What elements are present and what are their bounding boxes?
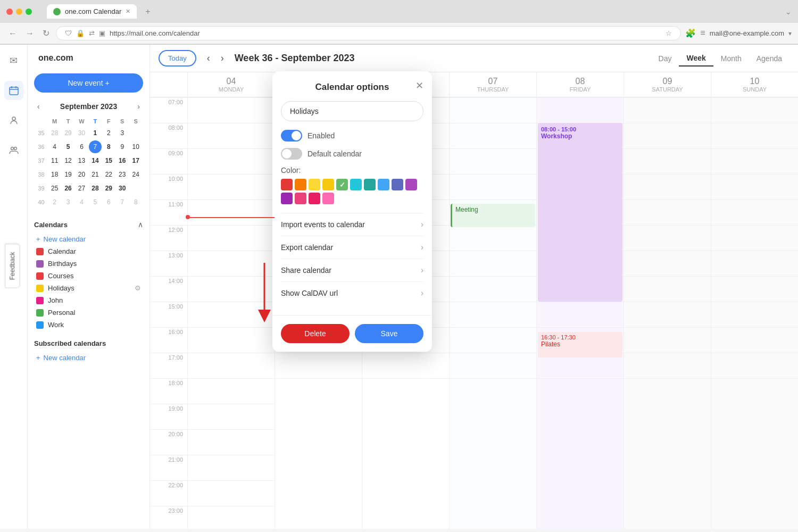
browser-tab[interactable]: one.com Calendar ✕ xyxy=(47,4,137,19)
mini-cal-day[interactable]: 28 xyxy=(48,127,61,139)
view-tab-agenda[interactable]: Agenda xyxy=(749,51,789,66)
calendar-item-holidays[interactable]: Holidays ⚙ xyxy=(34,282,143,294)
mini-cal-day[interactable]: 2 xyxy=(48,196,61,209)
mini-cal-day[interactable]: 7 xyxy=(116,196,128,209)
mini-cal-day-today[interactable]: 7 xyxy=(89,140,101,153)
view-tab-week[interactable]: Week xyxy=(679,51,713,66)
mini-cal-day[interactable]: 17 xyxy=(129,154,142,167)
mini-cal-day[interactable]: 8 xyxy=(129,196,142,209)
color-swatch[interactable] xyxy=(392,179,403,190)
event-meeting[interactable]: Meeting xyxy=(451,204,535,227)
save-button[interactable]: Save xyxy=(355,324,423,343)
mini-cal-prev[interactable]: ‹ xyxy=(34,101,43,112)
mini-cal-day[interactable]: 21 xyxy=(89,168,101,181)
day-col-mon[interactable] xyxy=(187,97,275,529)
prev-week-button[interactable]: ‹ xyxy=(203,51,214,66)
mini-cal-day[interactable]: 23 xyxy=(116,168,128,181)
mini-cal-day[interactable]: 12 xyxy=(62,154,74,167)
color-swatch[interactable] xyxy=(295,193,306,204)
color-swatch-selected[interactable] xyxy=(336,179,348,190)
mini-cal-day[interactable]: 8 xyxy=(103,140,115,153)
mini-cal-day[interactable]: 4 xyxy=(76,196,88,209)
menu-icon[interactable]: ≡ xyxy=(700,28,705,38)
mini-cal-day[interactable]: 30 xyxy=(116,182,128,195)
day-header-mon[interactable]: 04 Monday xyxy=(187,72,275,97)
mini-cal-day[interactable]: 22 xyxy=(103,168,115,181)
mini-cal-day[interactable]: 29 xyxy=(103,182,115,195)
event-pilates[interactable]: 16:30 - 17:30 Pilates xyxy=(538,332,622,358)
import-events-menu-item[interactable]: Import events to calendar › xyxy=(281,213,423,236)
tab-close-button[interactable]: ✕ xyxy=(126,8,130,15)
account-chevron-icon[interactable]: ▾ xyxy=(788,30,792,37)
gear-icon[interactable]: ⚙ xyxy=(135,284,141,292)
mini-cal-day[interactable]: 5 xyxy=(62,140,74,153)
mini-cal-day[interactable]: 1 xyxy=(89,127,101,139)
color-swatch[interactable] xyxy=(405,179,417,190)
export-calendar-menu-item[interactable]: Export calendar › xyxy=(281,236,423,259)
mini-cal-day[interactable] xyxy=(129,127,142,139)
mini-cal-day[interactable]: 9 xyxy=(116,140,128,153)
color-swatch[interactable] xyxy=(350,179,362,190)
mini-cal-day[interactable]: 18 xyxy=(48,168,61,181)
calendar-item-birthdays[interactable]: Birthdays xyxy=(34,257,143,270)
minimize-dot[interactable] xyxy=(16,9,22,15)
sidebar-icon-mail[interactable]: ✉ xyxy=(4,51,23,70)
bookmark-icon[interactable]: ☆ xyxy=(666,29,672,37)
day-col-thu[interactable]: Meeting xyxy=(449,97,536,529)
extensions-icon[interactable]: 🧩 xyxy=(685,28,696,38)
calendar-item-work[interactable]: Work xyxy=(34,319,143,331)
mini-cal-day[interactable]: 13 xyxy=(76,154,88,167)
mini-cal-day[interactable]: 3 xyxy=(116,127,128,139)
color-swatch[interactable] xyxy=(322,179,334,190)
back-button[interactable]: ← xyxy=(6,27,19,40)
color-swatch[interactable] xyxy=(309,193,320,204)
show-caldav-menu-item[interactable]: Show CalDAV url › xyxy=(281,281,423,304)
mini-cal-day[interactable]: 6 xyxy=(76,140,88,153)
mini-cal-day[interactable] xyxy=(129,182,142,195)
day-header-sun[interactable]: 10 Sunday xyxy=(711,72,798,97)
mini-cal-day[interactable]: 28 xyxy=(89,182,101,195)
day-col-fri[interactable]: 08:00 - 15:00 Workshop 16:30 - 17:30 Pil… xyxy=(536,97,624,529)
color-swatch[interactable] xyxy=(364,179,376,190)
color-swatch[interactable] xyxy=(378,179,389,190)
sidebar-icon-groups[interactable] xyxy=(4,140,23,160)
calendars-toggle[interactable]: ∧ xyxy=(138,220,143,229)
tab-list-icon[interactable]: ⌄ xyxy=(785,7,792,16)
mini-cal-day[interactable]: 16 xyxy=(116,154,128,167)
refresh-button[interactable]: ↻ xyxy=(40,26,52,40)
mini-cal-day[interactable]: 19 xyxy=(62,168,74,181)
calendar-item-calendar[interactable]: Calendar xyxy=(34,245,143,257)
close-dot[interactable] xyxy=(6,9,13,15)
sidebar-icon-calendar[interactable] xyxy=(4,81,23,100)
sidebar-icon-contacts[interactable] xyxy=(4,111,23,130)
mini-cal-day[interactable]: 24 xyxy=(129,168,142,181)
new-event-button[interactable]: New event + xyxy=(34,73,143,93)
color-swatch[interactable] xyxy=(295,179,306,190)
mini-cal-day[interactable]: 3 xyxy=(62,196,74,209)
view-tab-day[interactable]: Day xyxy=(651,51,679,66)
modal-close-button[interactable]: ✕ xyxy=(415,80,423,92)
share-calendar-menu-item[interactable]: Share calendar › xyxy=(281,259,423,281)
view-tab-month[interactable]: Month xyxy=(713,51,749,66)
color-swatch[interactable] xyxy=(309,179,320,190)
mini-cal-day[interactable]: 4 xyxy=(48,140,61,153)
mini-cal-day[interactable]: 6 xyxy=(103,196,115,209)
color-swatch[interactable] xyxy=(281,179,293,190)
next-week-button[interactable]: › xyxy=(217,51,228,66)
add-subscribed-button[interactable]: + New calendar xyxy=(34,352,143,364)
event-workshop[interactable]: 08:00 - 15:00 Workshop xyxy=(538,123,622,302)
day-header-fri[interactable]: 08 Friday xyxy=(536,72,624,97)
calendar-item-courses[interactable]: Courses xyxy=(34,270,143,282)
today-button[interactable]: Today xyxy=(159,50,196,66)
mini-cal-day[interactable]: 15 xyxy=(103,154,115,167)
calendar-item-john[interactable]: John xyxy=(34,294,143,306)
color-swatch[interactable] xyxy=(322,193,334,204)
mini-cal-day[interactable]: 10 xyxy=(129,140,142,153)
address-bar[interactable]: 🛡 🔒 ⇄ ▣ https://mail.one.com/calendar ☆ xyxy=(56,26,681,40)
maximize-dot[interactable] xyxy=(26,9,32,15)
mini-cal-day[interactable]: 20 xyxy=(76,168,88,181)
default-toggle[interactable] xyxy=(281,148,302,160)
forward-button[interactable]: → xyxy=(23,27,36,40)
mini-cal-day[interactable]: 26 xyxy=(62,182,74,195)
enabled-toggle[interactable] xyxy=(281,130,302,142)
